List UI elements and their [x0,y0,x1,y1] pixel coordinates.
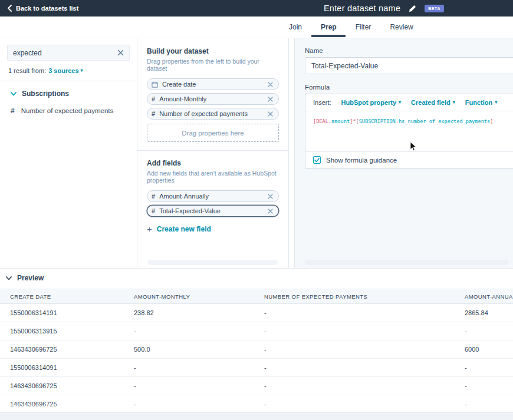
table-cell: 6000 [455,346,513,353]
create-new-field-button[interactable]: + Create new field [147,224,279,233]
dropzone-label: Drag properties here [182,130,244,137]
builder-subtitle: Drag properties from the left to build y… [147,58,279,72]
pill-label: Number of expected payments [159,110,264,117]
insert-menu-created-field[interactable]: Created field▾ [411,99,455,106]
table-cell: - [254,401,455,408]
table-row: 1550006313915--- [0,322,513,340]
table-cell: - [455,364,513,371]
table-cell: - [254,328,455,335]
hash-icon: # [152,110,155,117]
build-dataset-panel: Build your dataset Drag properties from … [137,38,289,268]
formula-label: Formula [305,84,513,91]
table-row: 1463430696725--- [0,395,513,414]
tab-filter[interactable]: Filter [356,16,371,38]
pill-label: Create date [162,81,264,88]
table-cell: - [124,401,254,408]
preview-title: Preview [17,274,44,282]
formula-code-input[interactable]: [DEAL.amount]*[SUBSCRIPTION.hs_number_of… [305,111,513,151]
remove-pill-icon[interactable] [268,194,273,199]
formula-token: hs_number_of_expected_payments [399,118,490,124]
menu-label: Function [465,99,492,106]
chevron-down-icon: ▾ [453,100,455,105]
chevron-down-icon [6,276,12,280]
column-header-0: CREATE DATE [0,293,124,300]
back-to-datasets-button[interactable]: Back to datasets list [7,5,78,12]
property-pill-create-date[interactable]: Create date [147,78,279,90]
add-fields-title: Add fields [147,159,279,167]
horizontal-scrollbar[interactable] [305,260,508,265]
tab-review[interactable]: Review [390,16,413,38]
hash-icon: # [152,193,155,200]
chevron-down-icon: ▾ [495,100,497,105]
property-search-box [7,45,130,61]
table-cell: 1463430696725 [0,346,124,353]
group-subscriptions[interactable]: Subscriptions [0,81,137,98]
dataset-name-title[interactable]: Enter dataset name [324,4,400,13]
clear-search-icon[interactable] [117,49,124,56]
result-summary: 1 result from: 3 sources ▾ [8,67,129,74]
sources-link-label: 3 sources [48,67,78,74]
table-cell: 2865.84 [455,309,513,316]
table-cell: - [124,328,254,335]
preview-table-body: 1550006314191238.82-2865.841550006313915… [0,304,513,414]
check-icon [314,158,320,163]
formula-token: SUBSCRIPTION [359,118,396,124]
table-cell: 1550006314191 [0,309,124,316]
horizontal-scrollbar[interactable] [0,412,513,420]
top-navbar: Back to datasets list Enter dataset name… [0,0,513,16]
plus-icon: + [147,224,152,233]
tab-prep[interactable]: Prep [321,16,337,38]
panel-gap [289,38,294,268]
property-pill-amount-annually[interactable]: #Amount-Annually [147,190,279,202]
table-cell: 1550006313915 [0,328,124,335]
property-list-item[interactable]: #Number of expected payments [0,98,137,115]
remove-pill-icon[interactable] [268,111,273,117]
remove-pill-icon[interactable] [268,82,273,87]
horizontal-scrollbar[interactable] [148,260,278,265]
chevron-down-icon [11,92,17,96]
preview-table-header: CREATE DATEAMOUNT-MONTHLYNUMBER OF EXPEC… [0,289,513,304]
table-cell: - [124,382,254,389]
column-header-3: AMOUNT-ANNUALLY [455,293,513,300]
formula-token: amount [331,118,350,124]
preview-toggle[interactable]: Preview [0,269,513,282]
show-guidance-checkbox[interactable] [313,156,321,164]
table-cell: 1463430696725 [0,382,124,389]
table-cell: 238.82 [124,309,254,316]
table-cell: 1550006314091 [0,364,124,371]
insert-menu-function[interactable]: Function▾ [465,99,497,106]
formula-guidance-row: Show formula guidance [305,151,513,168]
table-cell: - [254,382,455,389]
tab-join[interactable]: Join [289,16,302,38]
property-pill-number-of-expected-payments[interactable]: #Number of expected payments [147,108,279,120]
search-input[interactable] [13,49,117,57]
property-pill-amount-monthly[interactable]: #Amount-Monthly [147,93,279,105]
pencil-icon[interactable] [409,5,416,12]
table-cell: - [254,364,455,371]
table-cell: - [254,309,455,316]
back-label: Back to datasets list [16,5,78,12]
sources-dropdown[interactable]: 3 sources ▾ [48,67,83,74]
table-row: 1550006314191238.82-2865.84 [0,304,513,322]
remove-pill-icon[interactable] [268,97,273,102]
drag-properties-dropzone[interactable]: Drag properties here [147,124,279,142]
pill-label: Amount-Annually [159,193,264,200]
menu-label: HubSpot property [341,99,397,106]
chevron-down-icon: ▾ [399,100,401,105]
hash-icon: # [152,207,155,214]
insert-toolbar: Insert: HubSpot property▾Created field▾F… [305,94,513,111]
selected-properties-list: Create date#Amount-Monthly#Number of exp… [147,75,279,120]
builder-title: Build your dataset [147,47,279,55]
preview-section: Preview CREATE DATEAMOUNT-MONTHLYNUMBER … [0,268,513,420]
remove-pill-icon[interactable] [268,209,273,214]
property-search-panel: 1 result from: 3 sources ▾ Subscriptions… [0,38,137,268]
insert-menu-hubspot-property[interactable]: HubSpot property▾ [341,99,402,106]
name-label: Name [305,47,513,54]
property-label: Number of expected payments [21,107,114,114]
insert-label: Insert: [313,99,331,106]
field-name-input[interactable] [305,57,513,74]
pill-label: Total-Expected-Value [159,207,264,214]
property-pill-total-expected-value[interactable]: #Total-Expected-Value [147,205,279,217]
table-cell: - [455,328,513,335]
chevron-left-icon [7,5,12,12]
